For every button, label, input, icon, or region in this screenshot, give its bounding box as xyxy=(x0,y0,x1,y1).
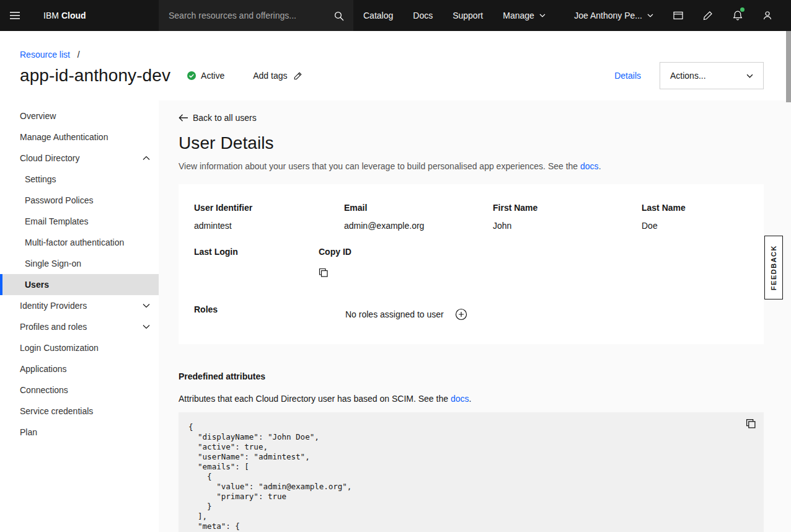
sidebar-item-users[interactable]: Users xyxy=(0,274,159,295)
chevron-down-icon xyxy=(647,14,653,17)
edit-icon xyxy=(293,71,303,81)
pencil-icon xyxy=(702,10,714,21)
field-label: User Identifier xyxy=(194,203,344,213)
top-right-actions: Joe Anthony Pe... xyxy=(564,0,791,31)
user-avatar-icon xyxy=(762,10,773,21)
edit-feedback-button[interactable] xyxy=(693,0,723,31)
chevron-down-icon xyxy=(143,303,150,308)
check-circle-icon xyxy=(187,71,197,81)
global-search xyxy=(159,0,353,31)
nav-docs[interactable]: Docs xyxy=(403,0,443,31)
brand-ibm: IBM xyxy=(43,11,59,20)
roles-section: Roles No roles assigned to user xyxy=(194,304,748,321)
field-user-identifier: User Identifier admintest xyxy=(194,203,344,231)
code-text: { "displayName": "John Doe", "active": t… xyxy=(188,422,754,531)
back-to-users-link[interactable]: Back to all users xyxy=(179,113,257,123)
user-details-title: User Details xyxy=(179,133,764,153)
field-value: admin@example.org xyxy=(344,221,493,231)
ibm-cloud-logo[interactable]: IBMCloud xyxy=(43,0,159,31)
user-details-description: View information about your users that y… xyxy=(179,161,764,172)
field-label: Roles xyxy=(194,304,345,321)
actions-dropdown[interactable]: Actions... xyxy=(660,62,764,89)
top-nav: Catalog Docs Support Manage xyxy=(353,0,555,31)
field-value: Doe xyxy=(642,221,748,231)
profile-button[interactable] xyxy=(753,0,782,31)
copy-id-button[interactable] xyxy=(319,268,329,280)
hamburger-icon xyxy=(9,9,21,22)
plus-circle-icon xyxy=(455,308,467,321)
window-button[interactable] xyxy=(663,0,693,31)
menu-button[interactable] xyxy=(0,0,30,31)
status-text: Active xyxy=(201,71,224,81)
copy-icon xyxy=(746,419,756,429)
chevron-down-icon xyxy=(746,74,753,78)
field-email: Email admin@example.org xyxy=(344,203,493,231)
search-input[interactable] xyxy=(159,11,324,20)
predefined-attributes-title: Predefined attributes xyxy=(179,371,764,381)
sidebar-item-connections[interactable]: Connections xyxy=(0,379,159,401)
search-icon xyxy=(334,11,344,21)
field-first-name: First Name John xyxy=(493,203,642,231)
sidebar-item-cloud-directory[interactable]: Cloud Directory xyxy=(0,148,159,169)
chevron-down-icon xyxy=(143,324,150,329)
sidebar-item-manage-authentication[interactable]: Manage Authentication xyxy=(0,126,159,148)
scim-code-snippet: { "displayName": "John Doe", "active": t… xyxy=(179,412,764,532)
search-button[interactable] xyxy=(324,11,353,21)
details-link[interactable]: Details xyxy=(614,71,641,81)
page-header: Resource list / app-id-anthony-dev Activ… xyxy=(0,31,791,100)
field-label: Last Login xyxy=(194,247,319,257)
nav-catalog[interactable]: Catalog xyxy=(353,0,403,31)
notification-dot xyxy=(740,7,745,12)
sidebar-item-profiles-and-roles[interactable]: Profiles and roles xyxy=(0,316,159,337)
notifications-button[interactable] xyxy=(723,0,753,31)
sidebar-item-email-templates[interactable]: Email Templates xyxy=(0,211,159,232)
arrow-left-icon xyxy=(179,113,188,122)
copy-code-button[interactable] xyxy=(746,419,756,431)
sidebar-item-login-customization[interactable]: Login Customization xyxy=(0,337,159,358)
user-details-card: User Identifier admintest Email admin@ex… xyxy=(179,184,764,344)
docs-link[interactable]: docs xyxy=(580,161,599,171)
sidebar-item-service-credentials[interactable]: Service credentials xyxy=(0,401,159,422)
status-badge: Active xyxy=(187,71,224,81)
copy-icon xyxy=(319,268,329,278)
field-copy-id: Copy ID xyxy=(319,247,748,280)
nav-support[interactable]: Support xyxy=(443,0,493,31)
docs-link[interactable]: docs xyxy=(451,394,469,404)
top-bar: IBMCloud Catalog Docs Support Manage Joe… xyxy=(0,0,791,31)
account-menu[interactable]: Joe Anthony Pe... xyxy=(564,0,663,31)
add-tags-button[interactable]: Add tags xyxy=(253,71,303,81)
sidebar-item-plan[interactable]: Plan xyxy=(0,422,159,443)
breadcrumb: Resource list / xyxy=(20,50,764,60)
sidebar-item-settings[interactable]: Settings xyxy=(0,169,159,190)
sidebar-item-password-polices[interactable]: Password Polices xyxy=(0,190,159,211)
breadcrumb-resource-list[interactable]: Resource list xyxy=(20,50,70,60)
brand-cloud: Cloud xyxy=(61,11,86,20)
sidebar-item-multi-factor-authentication[interactable]: Multi-factor authentication xyxy=(0,232,159,253)
page-title: app-id-anthony-dev xyxy=(20,66,170,86)
breadcrumb-separator: / xyxy=(77,50,80,60)
feedback-button[interactable]: FEEDBACK xyxy=(764,236,783,299)
scrollbar-thumb[interactable] xyxy=(786,31,791,102)
field-last-name: Last Name Doe xyxy=(642,203,748,231)
side-nav: Overview Manage Authentication Cloud Dir… xyxy=(0,100,159,532)
main-content: Back to all users User Details View info… xyxy=(159,100,791,532)
field-value: John xyxy=(493,221,642,231)
chevron-down-icon xyxy=(539,14,546,17)
field-last-login: Last Login xyxy=(194,247,319,280)
add-role-button[interactable] xyxy=(455,308,467,321)
field-value: admintest xyxy=(194,221,344,231)
sidebar-item-applications[interactable]: Applications xyxy=(0,358,159,379)
field-label: Last Name xyxy=(642,203,748,213)
sidebar-item-identity-providers[interactable]: Identity Providers xyxy=(0,295,159,316)
field-label: First Name xyxy=(493,203,642,213)
window-icon xyxy=(673,10,684,21)
field-label: Email xyxy=(344,203,493,213)
chevron-up-icon xyxy=(143,156,150,161)
predefined-attributes-description: Attributes that each Cloud Directory use… xyxy=(179,394,764,404)
sidebar-item-single-sign-on[interactable]: Single Sign-on xyxy=(0,253,159,274)
sidebar-item-overview[interactable]: Overview xyxy=(0,105,159,126)
roles-empty-text: No roles assigned to user xyxy=(345,309,444,319)
nav-manage[interactable]: Manage xyxy=(493,0,555,31)
field-label: Copy ID xyxy=(319,247,748,257)
